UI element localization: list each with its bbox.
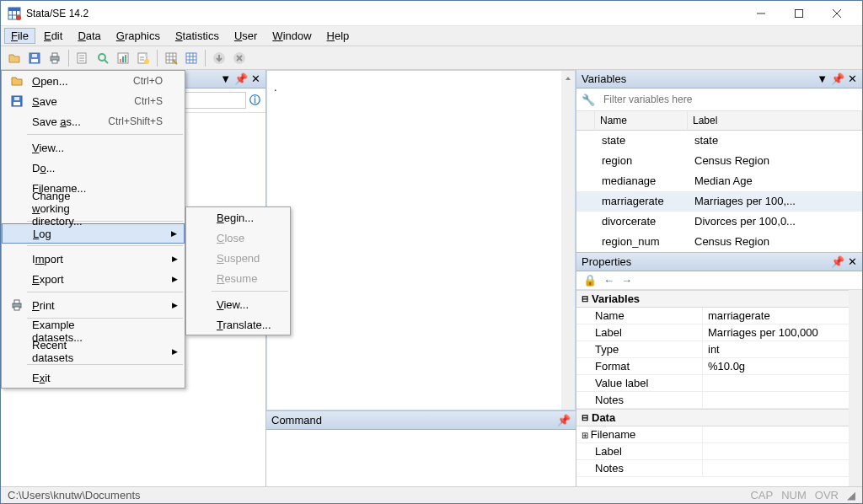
props-value[interactable]	[703, 392, 849, 409]
prev-arrow-icon[interactable]: ←	[603, 274, 614, 287]
variables-filter-input[interactable]	[600, 91, 857, 108]
command-input[interactable]	[266, 430, 576, 486]
wrench-icon[interactable]: 🔧	[582, 94, 595, 106]
props-value[interactable]	[703, 375, 849, 392]
var-label-cell[interactable]: Median Age	[688, 171, 862, 191]
var-label-cell[interactable]: Divorces per 100,0...	[688, 212, 862, 232]
toolbar-break-icon[interactable]	[231, 50, 248, 67]
vars-col-blank[interactable]	[576, 111, 595, 131]
menu-data[interactable]: Data	[71, 28, 107, 44]
pin-icon[interactable]: 📌	[831, 72, 844, 85]
table-row-marker[interactable]	[576, 232, 595, 252]
close-pane-icon[interactable]: ✕	[251, 72, 260, 85]
menu-window[interactable]: Window	[265, 28, 318, 44]
submenu-view[interactable]: View...	[186, 294, 290, 314]
pin-icon[interactable]: 📌	[234, 72, 248, 85]
menu-user[interactable]: User	[228, 28, 264, 44]
menu-save[interactable]: SaveCtrl+S	[2, 91, 185, 111]
props-key[interactable]: Notes	[576, 460, 703, 477]
props-key[interactable]: Value label	[576, 375, 703, 392]
submenu-begin[interactable]: Begin...	[186, 207, 290, 228]
props-value[interactable]: marriagerate	[703, 308, 849, 324]
menu-exit[interactable]: Exit	[2, 367, 185, 388]
pin-icon[interactable]: 📌	[557, 414, 571, 426]
table-row-marker[interactable]	[576, 151, 595, 171]
results-scrollbar[interactable]	[561, 71, 575, 410]
props-key[interactable]: ⊞ Filename	[576, 426, 703, 443]
menu-open[interactable]: Open...Ctrl+O	[2, 71, 185, 91]
menu-statistics[interactable]: Statistics	[169, 28, 226, 44]
close-button[interactable]	[817, 1, 855, 25]
var-name-cell[interactable]: state	[595, 131, 688, 151]
next-arrow-icon[interactable]: →	[621, 274, 632, 287]
resize-grip-icon[interactable]: ◢	[847, 489, 855, 501]
properties-scrollbar[interactable]	[849, 290, 862, 486]
menu-do[interactable]: Do...	[2, 158, 185, 178]
props-key[interactable]: Label	[576, 443, 703, 460]
toolbar-viewer-icon[interactable]	[94, 50, 111, 67]
toolbar-more-icon[interactable]	[211, 50, 228, 67]
close-pane-icon[interactable]: ✕	[848, 72, 857, 85]
menu-recent-datasets[interactable]: Recent datasets▶	[2, 341, 185, 362]
props-value[interactable]	[703, 443, 849, 460]
var-label-cell[interactable]: Census Region	[688, 151, 862, 171]
var-name-cell[interactable]: marriagerate	[595, 191, 688, 212]
filter-icon[interactable]: ▼	[817, 72, 828, 85]
props-section-header[interactable]: ⊟Variables	[576, 290, 849, 308]
menu-import[interactable]: Import▶	[2, 249, 185, 269]
menu-print[interactable]: Print▶	[2, 295, 185, 315]
menu-save-as[interactable]: Save as...Ctrl+Shift+S	[2, 111, 185, 131]
minimize-button[interactable]	[742, 1, 780, 25]
collapse-icon[interactable]: ⊟	[582, 294, 588, 303]
lock-icon[interactable]: 🔒	[583, 274, 597, 287]
toolbar-data-browser-icon[interactable]	[183, 50, 200, 67]
toolbar-save-icon[interactable]	[26, 50, 43, 67]
expand-icon[interactable]: ⊞	[582, 431, 591, 440]
scroll-up-icon[interactable]	[561, 71, 575, 86]
menu-edit[interactable]: Edit	[37, 28, 69, 44]
toolbar-data-editor-icon[interactable]	[163, 50, 180, 67]
props-value[interactable]: %10.0g	[703, 358, 849, 375]
props-key[interactable]: Name	[576, 308, 703, 324]
menu-cwd[interactable]: Change working directory...	[2, 198, 185, 218]
menu-file[interactable]: File	[4, 28, 35, 44]
props-value[interactable]	[703, 460, 849, 477]
table-row-marker[interactable]	[576, 191, 595, 212]
toolbar-print-icon[interactable]	[46, 50, 63, 67]
var-name-cell[interactable]: region	[595, 151, 688, 171]
collapse-icon[interactable]: ⊟	[582, 413, 588, 422]
var-label-cell[interactable]: Marriages per 100,...	[688, 191, 862, 212]
close-pane-icon[interactable]: ✕	[848, 255, 857, 268]
table-row-marker[interactable]	[576, 131, 595, 151]
props-key[interactable]: Format	[576, 358, 703, 375]
menu-log[interactable]: Log▶	[2, 223, 185, 244]
props-key[interactable]: Label	[576, 324, 703, 341]
var-label-cell[interactable]: Census Region	[688, 232, 862, 252]
info-icon[interactable]: ⓘ	[249, 93, 260, 108]
pin-icon[interactable]: 📌	[831, 255, 844, 268]
submenu-close[interactable]: Close	[186, 228, 290, 248]
props-value[interactable]: Marriages per 100,000	[703, 324, 849, 341]
submenu-resume[interactable]: Resume	[186, 268, 290, 288]
table-row-marker[interactable]	[576, 212, 595, 232]
menu-export[interactable]: Export▶	[2, 269, 185, 289]
props-value[interactable]: int	[703, 341, 849, 358]
filter-icon[interactable]: ▼	[220, 72, 231, 85]
menu-help[interactable]: Help	[320, 28, 356, 44]
var-name-cell[interactable]: region_num	[595, 232, 688, 252]
props-key[interactable]: Type	[576, 341, 703, 358]
table-row-marker[interactable]	[576, 171, 595, 191]
var-name-cell[interactable]: divorcerate	[595, 212, 688, 232]
toolbar-graph-icon[interactable]	[115, 50, 131, 67]
var-name-cell[interactable]: medianage	[595, 171, 688, 191]
toolbar-log-icon[interactable]	[74, 50, 91, 67]
vars-col-name[interactable]: Name	[595, 111, 688, 131]
toolbar-do-editor-icon[interactable]	[135, 50, 152, 67]
submenu-suspend[interactable]: Suspend	[186, 248, 290, 268]
props-key[interactable]: Notes	[576, 392, 703, 409]
var-label-cell[interactable]: state	[688, 131, 862, 151]
menu-graphics[interactable]: Graphics	[110, 28, 167, 44]
toolbar-open-icon[interactable]	[6, 50, 23, 67]
maximize-button[interactable]	[780, 1, 817, 25]
props-section-header[interactable]: ⊟Data	[576, 409, 849, 426]
